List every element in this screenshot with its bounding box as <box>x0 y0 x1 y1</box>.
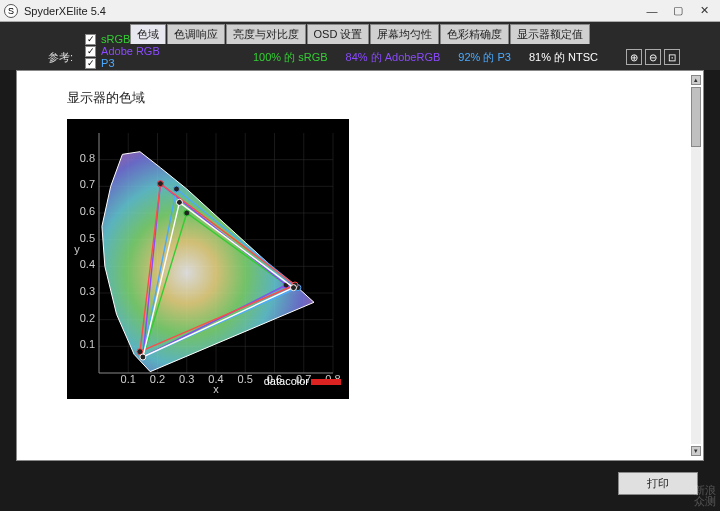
ref-label-text: P3 <box>101 57 114 69</box>
svg-text:0.1: 0.1 <box>80 338 95 350</box>
svg-text:0.7: 0.7 <box>80 178 95 190</box>
reference-bar: 参考: sRGBAdobe RGBP3NTSC 100% 的 sRGB84% 的… <box>0 44 720 70</box>
app-icon: S <box>4 4 18 18</box>
svg-text:y: y <box>74 243 80 255</box>
svg-text:0.1: 0.1 <box>121 373 136 385</box>
close-button[interactable]: ✕ <box>698 5 710 17</box>
svg-text:0.6: 0.6 <box>80 205 95 217</box>
ref-label-text: sRGB <box>101 33 130 45</box>
svg-text:0.3: 0.3 <box>80 285 95 297</box>
svg-text:0.5: 0.5 <box>80 232 95 244</box>
svg-text:x: x <box>213 383 219 395</box>
tab-6[interactable]: 显示器额定值 <box>510 24 590 44</box>
tab-2[interactable]: 亮度与对比度 <box>226 24 306 44</box>
scroll-down-icon[interactable]: ▾ <box>691 446 701 456</box>
tab-3[interactable]: OSD 设置 <box>307 24 370 44</box>
zoom-out-icon[interactable]: ⊖ <box>645 49 661 65</box>
gamut-stat: 84% 的 AdobeRGB <box>346 50 441 65</box>
zoom-in-icon[interactable]: ⊕ <box>626 49 642 65</box>
svg-point-50 <box>140 354 146 360</box>
ref-checkbox-adobe-rgb[interactable]: Adobe RGB <box>85 45 160 57</box>
page-watermark: 新浪众测 <box>694 485 716 507</box>
zoom-controls: ⊕ ⊖ ⊡ <box>626 49 680 65</box>
svg-text:0.4: 0.4 <box>80 258 95 270</box>
svg-text:0.8: 0.8 <box>80 152 95 164</box>
footer: 打印 <box>618 472 698 495</box>
svg-text:0.2: 0.2 <box>150 373 165 385</box>
svg-point-43 <box>174 186 180 192</box>
svg-point-49 <box>176 199 182 205</box>
svg-point-48 <box>291 285 297 291</box>
checkbox-icon <box>85 58 96 69</box>
brand-watermark: datacolor <box>264 375 341 387</box>
ref-label-text: Adobe RGB <box>101 45 160 57</box>
gamut-stat: 100% 的 sRGB <box>253 50 328 65</box>
gamut-stat: 92% 的 P3 <box>458 50 511 65</box>
tab-5[interactable]: 色彩精确度 <box>440 24 509 44</box>
gamut-stat: 81% 的 NTSC <box>529 50 598 65</box>
titlebar: S SpyderXElite 5.4 — ▢ ✕ <box>0 0 720 22</box>
checkbox-icon <box>85 34 96 45</box>
svg-point-46 <box>157 181 163 187</box>
checkbox-icon <box>85 46 96 57</box>
svg-point-37 <box>184 210 190 216</box>
vertical-scrollbar[interactable]: ▴ ▾ <box>691 75 701 456</box>
window-controls: — ▢ ✕ <box>646 5 716 17</box>
svg-text:0.5: 0.5 <box>238 373 253 385</box>
ref-checkbox-srgb[interactable]: sRGB <box>85 33 160 45</box>
content-panel: 显示器的色域 0.10.10.20.20.30.30.40.40.50.50.6… <box>16 70 704 461</box>
chart-title: 显示器的色域 <box>21 75 689 107</box>
svg-text:0.3: 0.3 <box>179 373 194 385</box>
scroll-thumb[interactable] <box>691 87 701 147</box>
reference-label: 参考: <box>48 50 73 65</box>
tab-1[interactable]: 色调响应 <box>167 24 225 44</box>
svg-text:0.2: 0.2 <box>80 312 95 324</box>
maximize-button[interactable]: ▢ <box>672 5 684 17</box>
print-button[interactable]: 打印 <box>618 472 698 495</box>
minimize-button[interactable]: — <box>646 5 658 17</box>
tab-4[interactable]: 屏幕均匀性 <box>370 24 439 44</box>
window-title: SpyderXElite 5.4 <box>24 5 646 17</box>
ref-checkbox-p3[interactable]: P3 <box>85 57 160 69</box>
scroll-up-icon[interactable]: ▴ <box>691 75 701 85</box>
gamut-chart: 0.10.10.20.20.30.30.40.40.50.50.60.60.70… <box>67 119 349 399</box>
zoom-fit-icon[interactable]: ⊡ <box>664 49 680 65</box>
